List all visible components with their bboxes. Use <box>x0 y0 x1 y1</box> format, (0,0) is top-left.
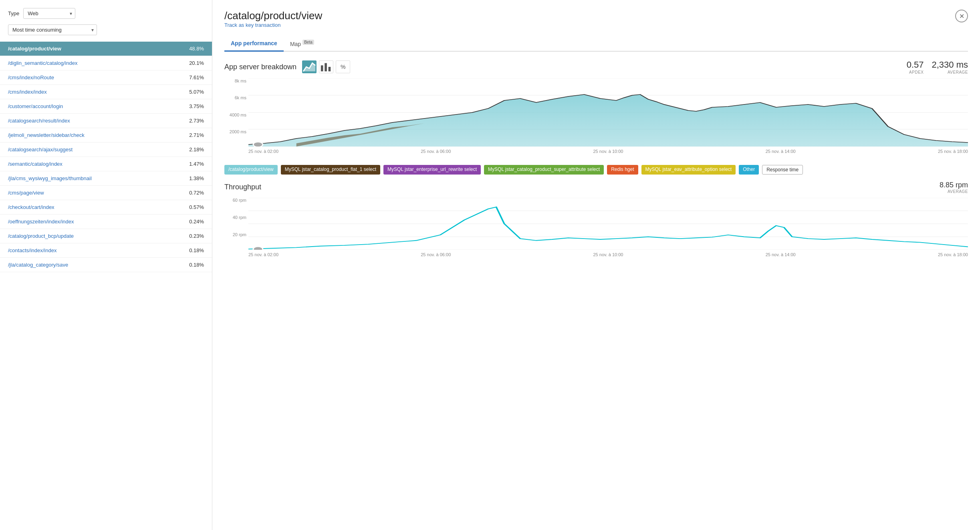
legend-item[interactable]: /catalog/product/view <box>224 165 278 175</box>
throughput-header: Throughput 8.85 rpm AVERAGE <box>224 181 968 194</box>
type-select[interactable]: Web Background <box>23 8 75 19</box>
tx-pct: 3.75% <box>189 103 204 109</box>
tx-pct: 0.18% <box>189 247 204 253</box>
panel-title-group: /catalog/product/view Track as key trans… <box>224 10 322 34</box>
tx-pct: 0.23% <box>189 233 204 239</box>
section-title: App server breakdown <box>224 63 296 71</box>
tx-pct: 1.47% <box>189 161 204 167</box>
x-label: 25 nov. à 10:00 <box>593 149 623 159</box>
transaction-item[interactable]: /jla/catalog_category/save 0.18% <box>0 258 212 272</box>
tab-map[interactable]: MapBeta <box>284 37 321 52</box>
transaction-item[interactable]: /checkout/cart/index 0.57% <box>0 200 212 215</box>
transaction-item[interactable]: /jelmoli_newsletter/sidebar/check 2.71% <box>0 128 212 143</box>
apdex-value: 0.57 <box>907 60 924 70</box>
throughput-chart-svg <box>248 198 968 250</box>
x-label: 25 nov. à 10:00 <box>593 252 623 262</box>
right-panel: /catalog/product/view Track as key trans… <box>212 0 980 530</box>
transaction-item[interactable]: /cms/page/view 0.72% <box>0 186 212 200</box>
legend-item[interactable]: Redis hget <box>607 165 638 175</box>
app-server-chart: 8k ms6k ms4000 ms2000 ms <box>224 78 968 159</box>
x-labels-1: 25 nov. à 02:0025 nov. à 06:0025 nov. à … <box>248 149 968 159</box>
transaction-list: /catalog/product/view 48.8% /diglin_sema… <box>0 42 212 530</box>
tx-pct: 20.1% <box>189 60 204 66</box>
tx-name: /diglin_semantic/catalog/index <box>8 60 77 66</box>
transaction-item[interactable]: /catalogsearch/result/index 2.73% <box>0 114 212 128</box>
chart-pct-btn[interactable]: % <box>336 60 350 73</box>
y-label: 20 rpm <box>224 232 246 237</box>
legend-item[interactable]: Other <box>739 165 759 175</box>
transaction-item[interactable]: /jla/cms_wysiwyg_images/thumbnail 1.38% <box>0 171 212 186</box>
transaction-item[interactable]: /cms/index/index 5.07% <box>0 85 212 99</box>
x-label: 25 nov. à 18:00 <box>938 149 968 159</box>
transaction-item[interactable]: /catalog/product_bcp/update 0.23% <box>0 229 212 243</box>
y-label: 60 rpm <box>224 198 246 203</box>
tx-name: /catalog/product/view <box>8 46 61 52</box>
y-label: 40 rpm <box>224 215 246 220</box>
chart-bar-btn[interactable] <box>319 60 333 73</box>
tx-name: /catalogsearch/ajax/suggest <box>8 147 73 153</box>
tx-pct: 0.24% <box>189 219 204 225</box>
throughput-value: 8.85 rpm <box>940 181 968 189</box>
type-select-wrapper[interactable]: Web Background <box>23 8 75 19</box>
sort-select[interactable]: Most time consuming Slowest average resp… <box>8 24 97 35</box>
transaction-item[interactable]: /customer/account/login 3.75% <box>0 99 212 114</box>
legend-item[interactable]: MySQL jstar_enterprise_url_rewrite selec… <box>383 165 481 175</box>
x-label: 25 nov. à 06:00 <box>421 149 451 159</box>
tx-pct: 7.61% <box>189 74 204 80</box>
y-label: 6k ms <box>224 95 246 100</box>
svg-marker-9 <box>248 94 968 147</box>
legend-item[interactable]: Response time <box>762 165 803 175</box>
y-label: 8k ms <box>224 78 246 83</box>
tx-name: /oeffnungszeiten/index/index <box>8 219 74 225</box>
panel-header: /catalog/product/view Track as key trans… <box>224 10 968 34</box>
legend-item[interactable]: MySQL jstar_catalog_product_super_attrib… <box>484 165 604 175</box>
transaction-item[interactable]: /contacts/index/index 0.18% <box>0 243 212 258</box>
tx-name: /customer/account/login <box>8 103 63 109</box>
legend-item[interactable]: MySQL jstar_catalog_product_flat_1 selec… <box>281 165 380 175</box>
tx-pct: 0.57% <box>189 204 204 210</box>
legend: /catalog/product/viewMySQL jstar_catalog… <box>224 165 968 175</box>
pct-icon: % <box>341 64 345 70</box>
tx-pct: 2.18% <box>189 147 204 153</box>
throughput-title: Throughput <box>224 183 261 191</box>
tx-pct: 0.18% <box>189 262 204 268</box>
tx-pct: 2.71% <box>189 132 204 138</box>
transaction-item[interactable]: /semantic/catalog/index 1.47% <box>0 157 212 171</box>
tabs: App performanceMapBeta <box>224 37 968 52</box>
tx-pct: 1.38% <box>189 175 204 181</box>
left-panel: Type Web Background Most time consuming … <box>0 0 212 530</box>
transaction-item[interactable]: /cms/index/noRoute 7.61% <box>0 70 212 85</box>
x-label: 25 nov. à 06:00 <box>421 252 451 262</box>
svg-point-17 <box>253 247 263 249</box>
svg-rect-1 <box>321 65 323 71</box>
transaction-item[interactable]: /oeffnungszeiten/index/index 0.24% <box>0 215 212 229</box>
legend-item[interactable]: MySQL jstar_eav_attribute_option select <box>641 165 736 175</box>
beta-badge: Beta <box>302 40 314 45</box>
x-labels-2: 25 nov. à 02:0025 nov. à 06:0025 nov. à … <box>248 252 968 262</box>
apdex-label: APDEX <box>907 70 924 74</box>
y-label: 4000 ms <box>224 112 246 117</box>
tx-name: /cms/page/view <box>8 190 44 196</box>
throughput-stat: 8.85 rpm AVERAGE <box>940 181 968 194</box>
tx-name: /catalogsearch/result/index <box>8 118 70 124</box>
throughput-svg-wrapper <box>248 198 968 250</box>
sort-select-wrapper[interactable]: Most time consuming Slowest average resp… <box>8 24 97 35</box>
transaction-item[interactable]: /catalog/product/view 48.8% <box>0 42 212 56</box>
tx-pct: 2.73% <box>189 118 204 124</box>
y-labels: 8k ms6k ms4000 ms2000 ms <box>224 78 246 147</box>
average-value: 2,330 ms <box>932 60 968 70</box>
transaction-item[interactable]: /diglin_semantic/catalog/index 20.1% <box>0 56 212 70</box>
chart-area-btn[interactable] <box>302 60 317 73</box>
tx-name: /catalog/product_bcp/update <box>8 233 74 239</box>
tab-app-performance[interactable]: App performance <box>224 37 284 52</box>
type-label: Type <box>8 10 19 16</box>
track-link[interactable]: Track as key transaction <box>224 22 280 28</box>
svg-point-11 <box>253 142 263 147</box>
apdex-stat: 0.57 APDEX <box>907 60 924 74</box>
transaction-item[interactable]: /catalogsearch/ajax/suggest 2.18% <box>0 143 212 157</box>
close-button[interactable]: ✕ <box>955 10 968 22</box>
tx-name: /cms/index/index <box>8 89 47 95</box>
area-chart-svg <box>248 78 968 147</box>
tx-name: /jelmoli_newsletter/sidebar/check <box>8 132 85 138</box>
stats-right: 0.57 APDEX 2,330 ms AVERAGE <box>907 60 968 74</box>
